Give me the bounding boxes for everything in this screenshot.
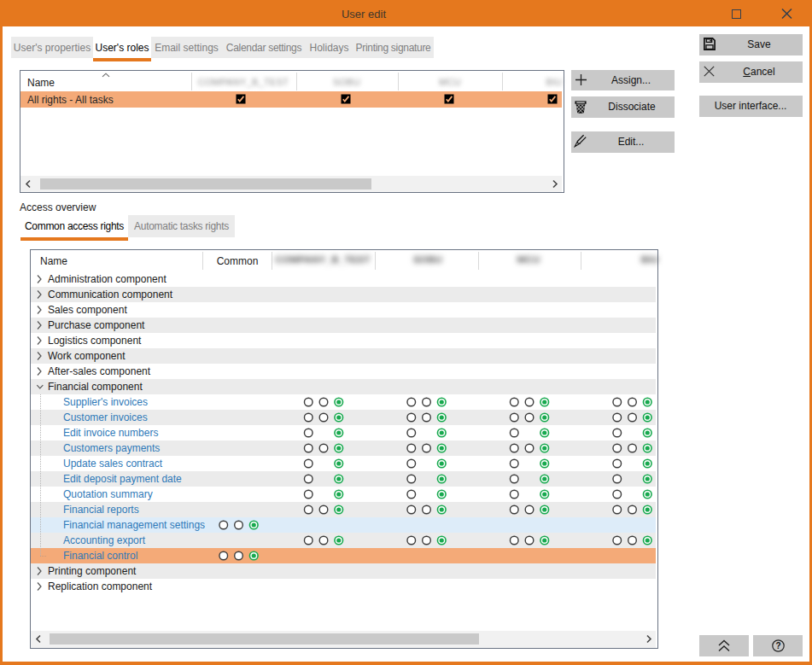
svg-text:?: ? <box>775 641 780 650</box>
